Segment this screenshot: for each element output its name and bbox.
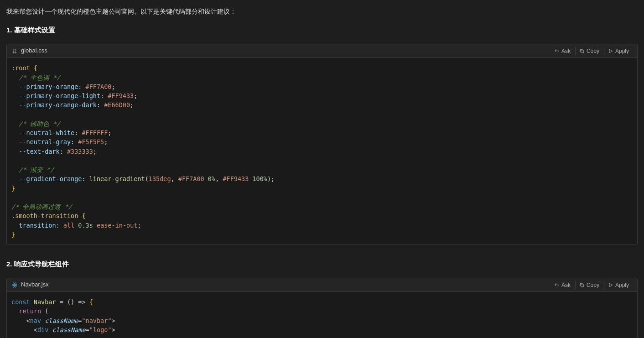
apply-label: Apply xyxy=(615,48,629,54)
code-header: Navbar.jsx Ask Copy Apply xyxy=(7,278,637,292)
ask-label: Ask xyxy=(561,48,571,54)
section-2-heading: 2. 响应式导航栏组件 xyxy=(6,259,638,270)
copy-icon xyxy=(579,282,585,288)
code-block-navbar-jsx: Navbar.jsx Ask Copy Apply const Navbar =… xyxy=(6,278,638,338)
svg-point-5 xyxy=(14,284,15,285)
ask-label: Ask xyxy=(561,282,571,288)
apply-button[interactable]: Apply xyxy=(604,47,633,56)
intro-text: 我来帮您设计一个现代化的橙色主题公司官网。以下是关键代码部分和设计建议： xyxy=(6,6,638,16)
section-1-heading: 1. 基础样式设置 xyxy=(6,25,638,36)
filename-label: Navbar.jsx xyxy=(21,280,49,290)
file-info: global.css xyxy=(11,46,47,56)
file-info: Navbar.jsx xyxy=(11,280,49,290)
code-body[interactable]: :root { /* 主色调 */ --primary-orange: #FF7… xyxy=(7,58,637,244)
svg-line-3 xyxy=(16,49,16,54)
play-icon xyxy=(608,48,613,54)
code-block-global-css: global.css Ask Copy Apply :root { /* 主色调… xyxy=(6,44,638,245)
reply-icon xyxy=(554,48,560,54)
code-header: global.css Ask Copy Apply xyxy=(7,44,637,58)
apply-button[interactable]: Apply xyxy=(604,281,633,290)
ask-button[interactable]: Ask xyxy=(551,47,574,56)
copy-button[interactable]: Copy xyxy=(575,47,603,56)
code-actions: Ask Copy Apply xyxy=(551,47,633,56)
apply-label: Apply xyxy=(615,282,629,288)
hash-icon xyxy=(11,48,18,54)
copy-icon xyxy=(579,48,585,54)
ask-button[interactable]: Ask xyxy=(551,281,574,290)
copy-label: Copy xyxy=(587,48,599,54)
copy-button[interactable]: Copy xyxy=(575,281,603,290)
copy-label: Copy xyxy=(587,282,599,288)
play-icon xyxy=(608,282,613,288)
svg-rect-4 xyxy=(581,50,584,53)
svg-line-2 xyxy=(13,49,14,54)
filename-label: global.css xyxy=(21,46,47,56)
reply-icon xyxy=(554,282,560,288)
svg-rect-9 xyxy=(581,284,584,286)
react-icon xyxy=(11,282,18,288)
code-actions: Ask Copy Apply xyxy=(551,281,633,290)
code-body[interactable]: const Navbar = () => { return ( <nav cla… xyxy=(7,292,637,338)
